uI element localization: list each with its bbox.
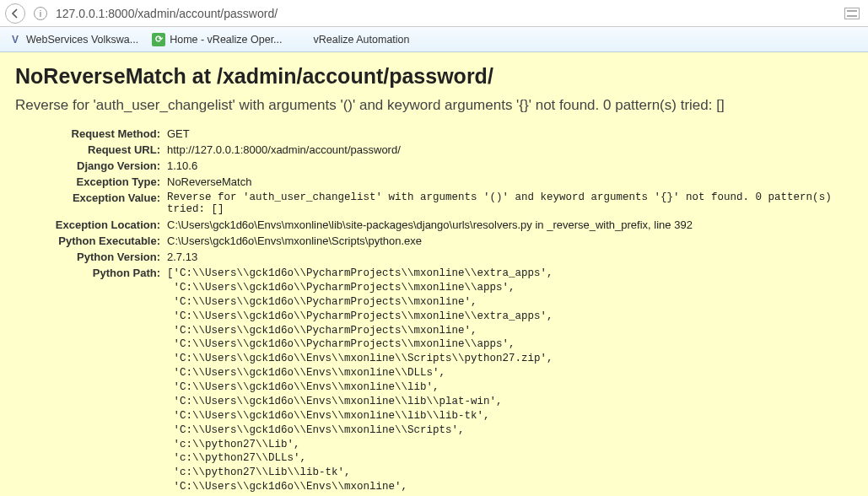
row-python-path: Python Path: ['C:\\Users\\gck1d6o\\Pycha…: [15, 265, 853, 496]
row-request-method: Request Method: GET: [15, 126, 853, 142]
url-bar[interactable]: [54, 3, 841, 24]
bookmark-vrealize-automation[interactable]: vRealize Automation: [296, 33, 410, 46]
bookmark-icon-v: V: [8, 33, 22, 46]
url-input[interactable]: [56, 7, 839, 20]
error-subtitle: Reverse for 'auth_user_changelist' with …: [15, 97, 853, 114]
label-python-path: Python Path:: [15, 265, 167, 496]
label-exception-value: Exception Value:: [15, 190, 167, 217]
row-exception-value: Exception Value: Reverse for 'auth_user_…: [15, 190, 853, 217]
label-exception-location: Exception Location:: [15, 217, 167, 233]
bookmark-icon-squares: [296, 33, 310, 46]
label-request-url: Request URL:: [15, 142, 167, 158]
bookmark-webservices[interactable]: V WebServices Volkswa...: [8, 33, 138, 46]
back-button[interactable]: [5, 3, 25, 24]
value-exception-type: NoReverseMatch: [167, 174, 853, 190]
bookmark-vrealize-oper[interactable]: ⟳ Home - vRealize Oper...: [152, 33, 282, 46]
django-error-page: NoReverseMatch at /xadmin/account/passwo…: [0, 52, 868, 496]
bookmark-label: WebServices Volkswa...: [26, 34, 138, 46]
value-django-version: 1.10.6: [167, 158, 853, 174]
row-django-version: Django Version: 1.10.6: [15, 158, 853, 174]
row-python-executable: Python Executable: C:\Users\gck1d6o\Envs…: [15, 233, 853, 249]
browser-toolbar: i: [0, 0, 868, 27]
label-request-method: Request Method:: [15, 126, 167, 142]
value-python-executable: C:\Users\gck1d6o\Envs\mxonline\Scripts\p…: [167, 233, 853, 249]
value-python-version: 2.7.13: [167, 249, 853, 265]
row-request-url: Request URL: http://127.0.0.1:8000/xadmi…: [15, 142, 853, 158]
site-info-icon[interactable]: i: [34, 7, 47, 20]
error-summary-table: Request Method: GET Request URL: http://…: [15, 126, 853, 496]
row-python-version: Python Version: 2.7.13: [15, 249, 853, 265]
value-request-method: GET: [167, 126, 853, 142]
label-python-version: Python Version:: [15, 249, 167, 265]
error-title: NoReverseMatch at /xadmin/account/passwo…: [15, 64, 853, 89]
value-request-url: http://127.0.0.1:8000/xadmin/account/pas…: [167, 142, 853, 158]
label-exception-type: Exception Type:: [15, 174, 167, 190]
bookmark-icon-green: ⟳: [152, 33, 165, 46]
bookmark-label: vRealize Automation: [314, 34, 410, 46]
value-python-path: ['C:\\Users\\gck1d6o\\PycharmProjects\\m…: [167, 265, 853, 496]
row-exception-location: Exception Location: C:\Users\gck1d6o\Env…: [15, 217, 853, 233]
bookmark-label: Home - vRealize Oper...: [170, 34, 282, 46]
label-python-executable: Python Executable:: [15, 233, 167, 249]
arrow-left-icon: [10, 8, 20, 19]
bookmarks-bar: V WebServices Volkswa... ⟳ Home - vReali…: [0, 27, 868, 52]
reader-mode-icon[interactable]: [844, 8, 860, 19]
value-exception-location: C:\Users\gck1d6o\Envs\mxonline\lib\site-…: [167, 217, 853, 233]
row-exception-type: Exception Type: NoReverseMatch: [15, 174, 853, 190]
value-exception-value: Reverse for 'auth_user_changelist' with …: [167, 190, 853, 217]
label-django-version: Django Version:: [15, 158, 167, 174]
